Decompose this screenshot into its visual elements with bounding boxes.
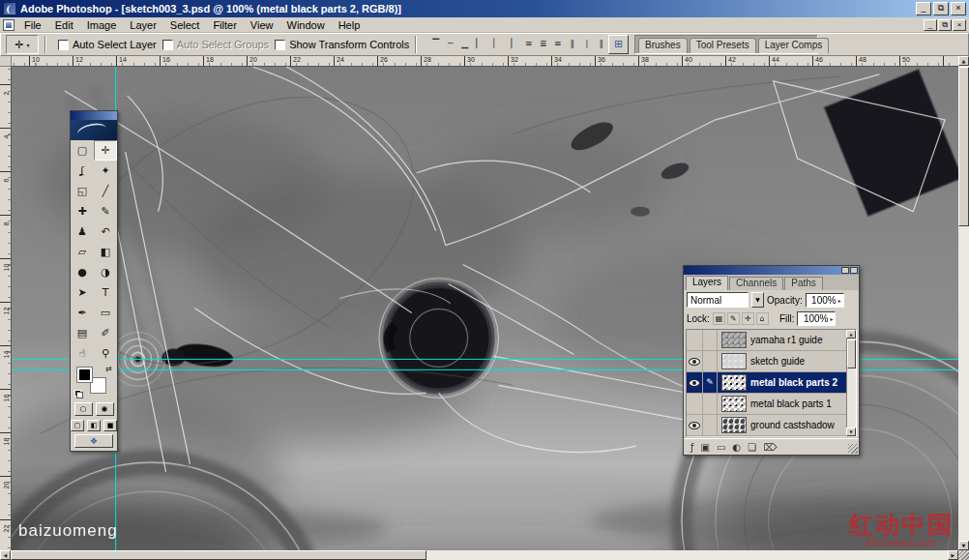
blend-mode-arrow-icon[interactable]: ▼: [751, 292, 764, 308]
menu-item[interactable]: Edit: [48, 18, 80, 32]
distribute-right-edges-icon[interactable]: ∥: [594, 37, 608, 52]
magic-wand-tool[interactable]: ✦: [94, 161, 117, 181]
palette-close-button[interactable]: [850, 267, 858, 274]
scroll-right-icon[interactable]: ▶: [948, 550, 958, 560]
vertical-scrollbar[interactable]: ▲ ▼: [958, 56, 969, 550]
eraser-tool[interactable]: ▱: [71, 242, 94, 262]
healing-brush-tool[interactable]: ✚: [71, 201, 94, 221]
menu-item[interactable]: File: [17, 18, 48, 32]
tool-preset-picker[interactable]: ✛ ▾: [6, 35, 39, 54]
show-transform-controls-checkbox[interactable]: Show Transform Controls: [275, 39, 409, 50]
doc-minimize-button[interactable]: _: [924, 19, 937, 31]
new-layer-set-icon[interactable]: ▭: [717, 440, 725, 455]
restore-button[interactable]: ⧉: [933, 2, 949, 15]
vertical-ruler[interactable]: 246810121416182022: [0, 67, 12, 550]
visibility-toggle[interactable]: [687, 330, 703, 350]
distribute-horizontal-centers-icon[interactable]: ∣: [579, 37, 594, 52]
layer-thumbnail[interactable]: [721, 332, 747, 348]
align-right-edges-icon[interactable]: ▕: [501, 37, 515, 52]
adjustment-layer-icon[interactable]: ◐: [732, 440, 741, 455]
pen-tool[interactable]: ✒: [71, 303, 94, 323]
visibility-toggle[interactable]: [687, 351, 703, 371]
gradient-tool[interactable]: ◧: [94, 242, 117, 262]
path-selection-tool[interactable]: ➤: [71, 282, 94, 303]
layers-palette-title-bar[interactable]: [684, 266, 859, 275]
default-colors-icon[interactable]: [74, 390, 83, 398]
layer-row[interactable]: yamaha r1 guide: [687, 330, 856, 351]
blend-mode-select[interactable]: Normal: [687, 292, 749, 308]
opacity-field[interactable]: 100% ▸: [806, 293, 844, 308]
menu-item[interactable]: Image: [80, 18, 124, 32]
scroll-up-icon[interactable]: ▲: [846, 330, 856, 339]
visibility-toggle[interactable]: [687, 415, 703, 435]
menu-item[interactable]: Help: [332, 18, 367, 32]
layers-palette[interactable]: LayersChannelsPaths Normal ▼ Opacity: 10…: [683, 265, 860, 456]
menu-item[interactable]: Window: [280, 18, 332, 32]
blur-tool[interactable]: ●: [71, 262, 94, 282]
doc-close-button[interactable]: ×: [953, 19, 966, 31]
horizontal-scrollbar[interactable]: ◀ ▶: [0, 550, 958, 560]
delete-layer-icon[interactable]: ⌦: [763, 440, 777, 455]
align-horizontal-centers-icon[interactable]: │: [486, 37, 501, 52]
distribute-left-edges-icon[interactable]: ∥: [565, 37, 579, 52]
visibility-toggle[interactable]: [687, 372, 703, 393]
palette-well-tab[interactable]: Brushes: [638, 38, 688, 53]
brush-tool[interactable]: ✎: [94, 201, 117, 221]
history-brush-tool[interactable]: ↶: [94, 221, 117, 242]
type-tool[interactable]: T: [94, 282, 117, 303]
eyedropper-tool[interactable]: ✐: [94, 323, 117, 343]
toolbox-title-bar[interactable]: [71, 111, 117, 120]
fill-slider-arrow-icon[interactable]: ▸: [830, 315, 833, 322]
document-icon[interactable]: [3, 19, 15, 31]
align-vertical-centers-icon[interactable]: ─: [443, 37, 457, 52]
palette-resize-grip[interactable]: [848, 444, 858, 454]
fill-field[interactable]: 100% ▸: [797, 311, 836, 326]
toolbox-palette[interactable]: ▢ ✛ ʆ ✦ ◱ ╱ ✚: [70, 110, 118, 452]
rect-marquee-tool[interactable]: ▢: [71, 140, 94, 161]
crop-tool[interactable]: ◱: [71, 181, 94, 201]
minimize-button[interactable]: _: [916, 2, 931, 15]
file-browser-button[interactable]: ⊞: [608, 35, 629, 54]
resize-grip[interactable]: [958, 550, 969, 560]
lock-all-icon[interactable]: ⌂: [756, 312, 769, 325]
lasso-tool[interactable]: ʆ: [71, 161, 94, 181]
list-scroll-thumb[interactable]: [847, 339, 856, 368]
standard-mode-icon[interactable]: ○: [74, 402, 93, 416]
palette-tab[interactable]: Channels: [729, 277, 783, 290]
palette-tab[interactable]: Paths: [784, 277, 823, 290]
align-left-edges-icon[interactable]: ▏: [472, 37, 486, 52]
foreground-color-swatch[interactable]: [77, 368, 92, 382]
scroll-up-icon[interactable]: ▲: [958, 56, 969, 66]
layer-row[interactable]: ground castshadow: [687, 415, 856, 436]
layer-row[interactable]: metal black parts 2: [687, 372, 856, 394]
notes-tool[interactable]: ▤: [71, 323, 94, 343]
lock-position-icon[interactable]: ✛: [742, 312, 754, 325]
distribute-vertical-centers-icon[interactable]: ≣: [536, 37, 550, 52]
lock-transparency-icon[interactable]: ▦: [713, 312, 725, 325]
layer-row[interactable]: sketch guide: [687, 351, 856, 372]
menu-item[interactable]: Select: [163, 18, 207, 32]
background-color-swatch[interactable]: [91, 378, 105, 393]
new-layer-icon[interactable]: ❏: [748, 440, 756, 455]
layer-style-icon[interactable]: ƒ: [690, 440, 694, 455]
distribute-top-edges-icon[interactable]: ≡: [521, 37, 536, 52]
edit-in-imageready-button[interactable]: ❖: [74, 434, 113, 448]
zoom-tool[interactable]: ⚲: [94, 343, 117, 364]
doc-restore-button[interactable]: ⧉: [938, 19, 952, 31]
layer-thumbnail[interactable]: [721, 374, 747, 391]
layer-row[interactable]: metal black parts 1: [687, 394, 856, 415]
shape-tool[interactable]: ▭: [94, 303, 117, 323]
menu-item[interactable]: Layer: [123, 18, 163, 32]
layer-thumbnail[interactable]: [721, 417, 747, 433]
layer-thumbnail[interactable]: [721, 396, 747, 412]
menu-item[interactable]: Filter: [206, 18, 243, 32]
palette-well-tab[interactable]: Layer Comps: [758, 38, 829, 53]
auto-select-layer-checkbox[interactable]: Auto Select Layer: [58, 39, 157, 50]
palette-well-tab[interactable]: Tool Presets: [690, 38, 756, 53]
dodge-tool[interactable]: ◑: [94, 262, 117, 282]
checkbox-box[interactable]: [275, 40, 285, 50]
scroll-down-icon[interactable]: ▼: [958, 541, 969, 550]
layer-mask-icon[interactable]: ▣: [701, 440, 710, 455]
hand-tool[interactable]: ☝: [71, 343, 94, 364]
align-top-edges-icon[interactable]: ▔: [428, 37, 443, 52]
